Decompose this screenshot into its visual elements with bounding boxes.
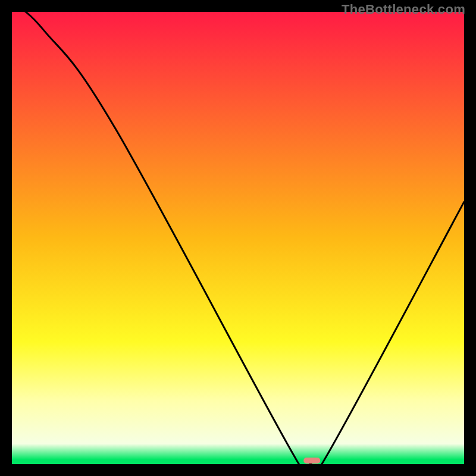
bottleneck-chart xyxy=(12,12,464,464)
optimal-marker xyxy=(303,458,320,464)
chart-container: TheBottleneck.com xyxy=(0,0,476,476)
chart-background-gradient xyxy=(12,12,464,464)
watermark-text: TheBottleneck.com xyxy=(342,2,465,17)
